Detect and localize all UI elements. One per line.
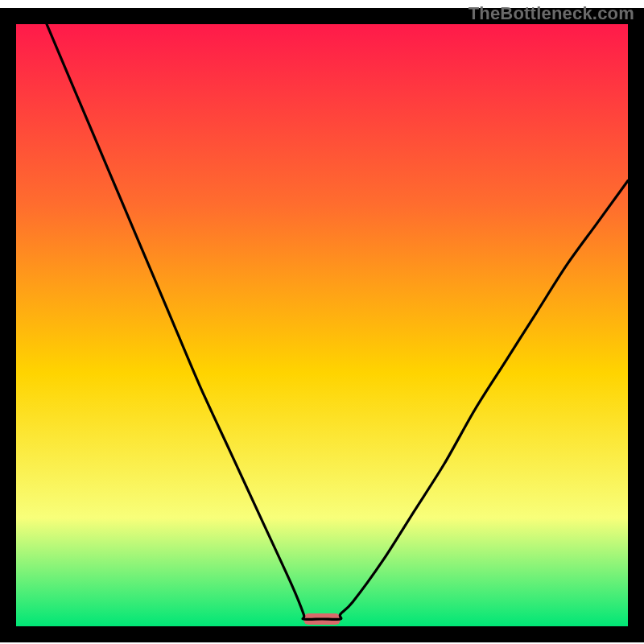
watermark-text: TheBottleneck.com — [469, 3, 634, 24]
plot-background — [16, 24, 628, 626]
chart-container: TheBottleneck.com — [0, 0, 644, 644]
bottleneck-chart-svg — [0, 0, 644, 644]
